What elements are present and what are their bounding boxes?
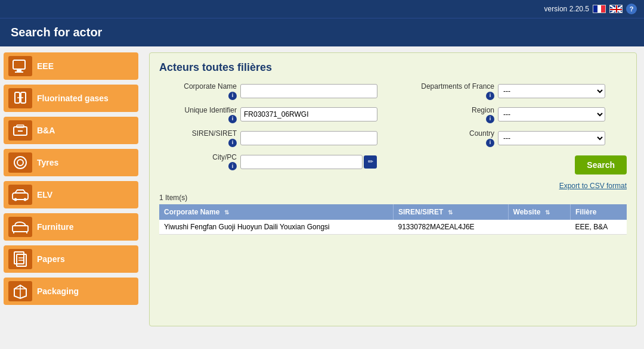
sidebar-label-packaging: Packaging: [37, 286, 79, 297]
furniture-icon: [8, 217, 32, 237]
ba-icon: [8, 120, 32, 141]
unique-id-row: Unique Identifier i: [159, 106, 387, 124]
sidebar-label-tyres: Tyres: [37, 158, 58, 168]
flag-uk-icon[interactable]: [609, 5, 623, 13]
sidebar-item-tyres[interactable]: Tyres: [4, 149, 138, 176]
sort-icon-website: ⇅: [545, 209, 550, 216]
col-website-label: Website: [513, 208, 541, 216]
papers-icon: [8, 249, 32, 269]
sidebar-item-elv[interactable]: ELV: [4, 181, 138, 208]
sidebar-label-elv: ELV: [37, 190, 52, 200]
main-panel: Acteurs toutes filières Corporate Name i: [142, 46, 644, 349]
city-input[interactable]: [240, 155, 363, 169]
elv-icon: [8, 185, 32, 205]
region-select[interactable]: ---: [498, 107, 605, 121]
sidebar-label-furniture: Furniture: [37, 222, 73, 232]
corporate-name-label: Corporate Name: [184, 82, 237, 92]
depts-select[interactable]: ---: [498, 84, 605, 98]
flag-fr-icon[interactable]: [593, 5, 606, 13]
fluorinated-icon: [8, 88, 32, 108]
corporate-name-row: Corporate Name i: [159, 82, 387, 100]
sidebar-label-eee: EEE: [37, 61, 54, 71]
unique-id-info-icon[interactable]: i: [228, 115, 237, 123]
cell-siren: 91330782MA2EAL4J6E: [394, 220, 509, 235]
form-right: Departments of France i --- Region i: [399, 82, 627, 176]
country-label: Country: [469, 129, 494, 139]
col-corporate-name-label: Corporate Name: [164, 208, 219, 216]
sidebar-item-ba[interactable]: B&A: [4, 117, 138, 144]
depts-row: Departments of France i ---: [399, 82, 627, 100]
page-title: Search for actor: [11, 26, 102, 39]
sort-icon-corporate: ⇅: [224, 209, 229, 216]
results-table: Corporate Name ⇅ SIREN/SIRET ⇅ Website ⇅: [159, 204, 627, 235]
sidebar-label-papers: Papers: [37, 254, 65, 264]
page-header: Search for actor: [0, 18, 644, 46]
city-edit-button[interactable]: ✏: [364, 155, 377, 169]
city-info-icon[interactable]: i: [228, 162, 237, 170]
country-select[interactable]: ---: [498, 131, 605, 145]
sort-icon-siren: ⇅: [448, 209, 453, 216]
col-filiere-label: Filière: [575, 208, 596, 216]
search-button[interactable]: Search: [575, 155, 627, 174]
content-area: EEE Fluorinated gases B&A Tyres ELV: [0, 46, 644, 349]
city-row: City/PC i ✏: [159, 153, 387, 171]
region-label-block: Region i: [399, 106, 494, 124]
table-row[interactable]: Yiwushi Fengfan Guoji Huoyun Daili Youxi…: [159, 220, 627, 235]
corporate-name-label-block: Corporate Name i: [159, 82, 237, 100]
col-website[interactable]: Website ⇅: [508, 204, 570, 220]
cell-corporate_name: Yiwushi Fengfan Guoji Huoyun Daili Youxi…: [159, 220, 394, 235]
country-row: Country i ---: [399, 129, 627, 147]
form-left: Corporate Name i Unique Identifier i: [159, 82, 387, 176]
svg-rect-9: [15, 71, 23, 73]
col-siren-label: SIREN/SIRET: [398, 208, 443, 216]
sidebar-item-furniture[interactable]: Furniture: [4, 213, 138, 241]
sidebar-item-eee[interactable]: EEE: [4, 52, 138, 80]
col-corporate-name[interactable]: Corporate Name ⇅: [159, 204, 394, 220]
unique-id-label: Unique Identifier: [185, 106, 237, 116]
sidebar-item-fluorinated[interactable]: Fluorinated gases: [4, 85, 138, 112]
svg-point-19: [14, 198, 17, 201]
version-label: version 2.20.5: [544, 5, 589, 13]
siren-info-icon[interactable]: i: [228, 139, 237, 147]
city-label-block: City/PC i: [159, 153, 237, 171]
col-filiere[interactable]: Filière: [570, 204, 627, 220]
svg-point-16: [14, 157, 26, 169]
export-csv-link[interactable]: Export to CSV format: [559, 182, 627, 190]
cell-filiere: EEE, B&A: [570, 220, 627, 235]
corporate-name-input[interactable]: [240, 84, 377, 98]
region-info-icon[interactable]: i: [486, 115, 494, 123]
export-link-container: Export to CSV format: [159, 181, 627, 190]
col-siren[interactable]: SIREN/SIRET ⇅: [394, 204, 509, 220]
depts-label-block: Departments of France i: [399, 82, 494, 100]
panel-title: Acteurs toutes filières: [159, 61, 627, 74]
results-tbody: Yiwushi Fengfan Guoji Huoyun Daili Youxi…: [159, 220, 627, 235]
depts-label: Departments of France: [421, 82, 494, 92]
city-label: City/PC: [212, 153, 237, 163]
siren-label: SIREN/SIRET: [192, 129, 237, 139]
help-icon[interactable]: ?: [626, 4, 637, 14]
sidebar-label-ba: B&A: [37, 126, 55, 136]
tyres-icon: [8, 152, 32, 173]
unique-id-label-block: Unique Identifier i: [159, 106, 237, 124]
top-bar: version 2.20.5 ?: [0, 0, 644, 18]
sidebar-item-papers[interactable]: Papers: [4, 245, 138, 273]
siren-label-block: SIREN/SIRET i: [159, 129, 237, 147]
city-input-group: ✏: [240, 155, 377, 169]
svg-point-17: [17, 160, 23, 166]
depts-info-icon[interactable]: i: [486, 92, 494, 100]
siren-row: SIREN/SIRET i: [159, 129, 387, 147]
sidebar-label-fluorinated: Fluorinated gases: [37, 94, 109, 104]
svg-point-20: [24, 198, 27, 201]
sidebar-item-packaging[interactable]: Packaging: [4, 278, 138, 305]
cell-website: [508, 220, 570, 235]
panel-box: Acteurs toutes filières Corporate Name i: [149, 52, 637, 326]
country-info-icon[interactable]: i: [486, 139, 494, 147]
svg-rect-8: [17, 70, 21, 71]
sidebar: EEE Fluorinated gases B&A Tyres ELV: [0, 46, 142, 349]
unique-id-input[interactable]: [240, 107, 377, 121]
siren-input[interactable]: [240, 131, 377, 145]
item-count: 1 Item(s): [159, 194, 627, 202]
eee-icon: [8, 56, 32, 76]
region-label: Region: [472, 106, 494, 116]
corporate-name-info-icon[interactable]: i: [228, 92, 237, 100]
